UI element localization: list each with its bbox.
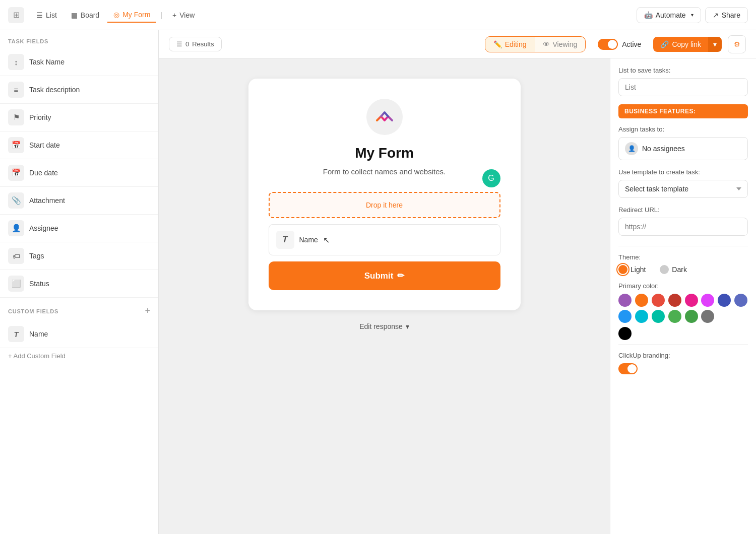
submit-icon: ✏ [397,271,404,281]
sidebar-item-status[interactable]: ⬜ Status [0,270,158,298]
viewing-button[interactable]: 👁 Viewing [535,37,586,52]
status-icon: ⬜ [8,276,24,292]
color-teal[interactable] [652,310,665,323]
nav-board[interactable]: ▦ Board [65,8,105,22]
template-select[interactable]: Select task template [618,180,748,198]
sidebar-item-task-name[interactable]: ↕ Task Name [0,48,158,76]
cursor-indicator: ↖ [323,235,330,245]
active-toggle: Active [592,39,647,50]
board-icon: ▦ [71,11,78,19]
branding-row [618,363,748,374]
clickup-logo-svg [374,106,395,127]
color-magenta[interactable] [701,294,714,307]
start-date-icon: 📅 [8,137,24,153]
attachment-icon: 📎 [8,192,24,209]
form-card: My Form G Form to collect names and webs… [248,79,521,310]
primary-color-label: Primary color: [618,282,748,290]
assign-tasks-label: Assign tasks to: [618,125,748,133]
assignee-row[interactable]: 👤 No assignees [618,137,748,160]
list-input[interactable] [618,78,748,96]
redirect-label: Redirect URL: [618,206,748,214]
color-orange[interactable] [635,294,648,307]
settings-button[interactable]: ⚙ [728,35,746,53]
results-button[interactable]: ☰ 0 Results [169,37,222,51]
share-icon: ↗ [713,11,719,19]
copy-link-group: 🔗 Copy link ▾ [653,37,722,52]
priority-icon: ⚑ [8,109,24,125]
color-green-light[interactable] [668,310,681,323]
branding-toggle[interactable] [618,363,638,374]
top-nav: ⊞ ☰ List ▦ Board ◎ My Form | + View 🤖 Au… [0,0,756,30]
sidebar-item-task-description[interactable]: ≡ Task description [0,76,158,104]
add-custom-field-button[interactable]: + Add Custom Field [0,348,158,368]
theme-label: Theme: [618,253,748,261]
color-cyan[interactable] [635,310,648,323]
form-field-name[interactable]: T Name ↖ [269,224,500,255]
results-icon: ☰ [176,40,182,48]
right-panel: List to save tasks: BUSINESS FEATURES: A… [610,58,756,534]
business-features-banner: BUSINESS FEATURES: [618,104,748,118]
color-blue[interactable] [618,310,632,323]
branding-label: ClickUp branding: [618,352,748,359]
sidebar-item-due-date[interactable]: 📅 Due date [0,159,158,187]
sidebar-item-start-date[interactable]: 📅 Start date [0,131,158,159]
nav-list-icon[interactable]: ☰ List [30,8,63,22]
theme-dark[interactable]: Dark [660,265,687,274]
pencil-icon: ✏️ [493,40,502,48]
due-date-icon: 📅 [8,165,24,181]
tags-icon: 🏷 [8,248,24,264]
theme-row: Light Dark [618,265,748,274]
template-label: Use template to create task: [618,168,748,176]
assignee-icon: 👤 [8,220,24,236]
color-grid [618,294,748,323]
color-green[interactable] [685,310,698,323]
add-custom-field-icon[interactable]: + [145,306,150,316]
color-purple[interactable] [618,294,632,307]
color-indigo[interactable] [718,294,731,307]
color-grid-row2 [618,327,648,340]
sidebar-item-priority[interactable]: ⚑ Priority [0,104,158,131]
color-black[interactable] [618,327,632,340]
copy-link-button[interactable]: 🔗 Copy link [653,37,708,52]
edit-response-button[interactable]: Edit response ▾ [359,322,409,330]
field-type-icon: T [276,231,294,249]
sidebar-item-tags[interactable]: 🏷 Tags [0,242,158,270]
plus-icon: + [172,11,176,19]
sidebar-item-assignee[interactable]: 👤 Assignee [0,215,158,242]
active-switch[interactable] [598,39,618,50]
copy-link-chevron[interactable]: ▾ [708,37,722,52]
section-divider [618,246,748,246]
color-red[interactable] [652,294,665,307]
theme-light[interactable]: Light [618,265,646,274]
color-blue-indigo[interactable] [734,294,747,307]
automate-button[interactable]: 🤖 Automate ▾ [637,7,701,23]
form-description: Form to collect names and websites. [269,167,500,176]
color-pink[interactable] [685,294,698,307]
nav-right: 🤖 Automate ▾ ↗ Share [637,7,748,23]
app-logo: ⊞ [8,7,24,23]
nav-divider: | [160,11,162,19]
color-dark-red[interactable] [668,294,681,307]
left-sidebar: TASK FIELDS ↕ Task Name ≡ Task descripti… [0,30,159,534]
custom-fields-header: CUSTOM FIELDS + [0,298,158,320]
task-name-icon: ↕ [8,54,24,70]
sidebar-item-name-field[interactable]: T Name [0,320,158,348]
custom-fields-title: CUSTOM FIELDS [8,308,58,314]
submit-button[interactable]: Submit ✏ [269,261,500,290]
sidebar-item-attachment[interactable]: 📎 Attachment [0,187,158,215]
task-description-icon: ≡ [8,82,24,98]
light-dot [618,265,627,274]
section-divider-2 [618,344,748,345]
color-gray[interactable] [701,310,714,323]
chevron-down-icon: ▾ [691,12,694,18]
share-button[interactable]: ↗ Share [705,7,748,23]
drop-zone[interactable]: Drop it here [269,192,500,218]
active-label: Active [622,40,641,48]
task-fields-title: TASK FIELDS [0,30,158,48]
content-area: My Form G Form to collect names and webs… [159,58,756,534]
grammarly-button[interactable]: G [482,169,500,187]
editing-button[interactable]: ✏️ Editing [485,37,535,52]
redirect-input[interactable] [618,218,748,236]
nav-add-view[interactable]: + View [166,8,201,22]
nav-myform[interactable]: ◎ My Form [107,8,156,23]
